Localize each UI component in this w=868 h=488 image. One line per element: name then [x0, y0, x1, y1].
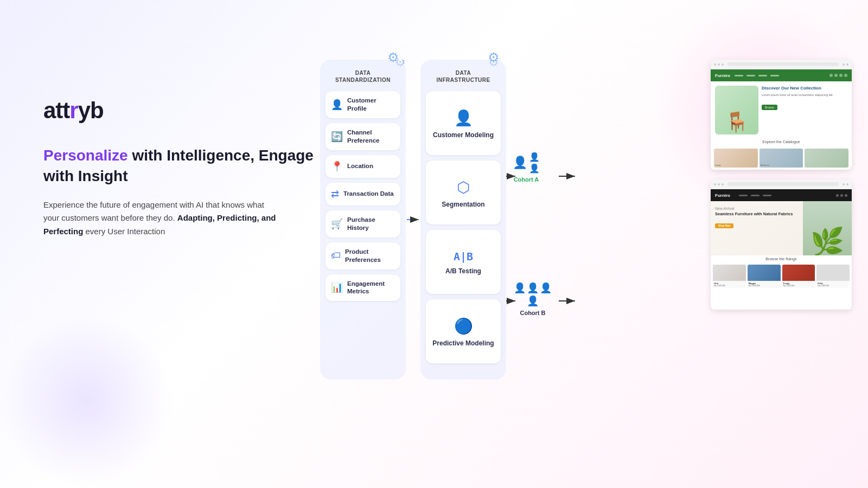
predictive-icon: 🔵 [454, 317, 473, 335]
purchase-icon: 🛒 [331, 218, 343, 230]
channel-preference-label: Channel Preference [347, 129, 395, 145]
customer-profile-icon: 👤 [331, 99, 343, 111]
mockup-1-headline: Discover Our New Collection [762, 86, 847, 91]
gear-icon-col2: ⚙ [488, 50, 500, 65]
product-polly: Polly Rp 1.980.000 [816, 265, 850, 288]
col1-header: DATASTANDARDIZATION [326, 69, 400, 84]
mockup-dot-2 [718, 63, 720, 66]
cohort-a-person-1: 👤 [513, 156, 527, 170]
mockup-2-body: New Arrival Seamless Furniture with Natu… [711, 201, 852, 310]
diagram: ⚙ ⚙ ⚙ DATASTANDARDIZATION 👤 Customer Pro… [320, 60, 765, 396]
mockup-1-hero: Discover Our New Collection Lorem ipsum … [711, 81, 852, 139]
infra-ab-testing: A|B A/B Testing [426, 230, 501, 294]
customer-modeling-icon: 👤 [454, 109, 473, 127]
mockup-icon-1 [843, 63, 845, 66]
product-pref-label: Product Preferences [345, 248, 395, 264]
mockup-2-caption: Browse the Range [711, 255, 852, 262]
col2-header: DATAINFRASTRUCTURE [426, 69, 501, 84]
mockup-2-icon-1 [843, 183, 845, 185]
cohort-a-area: 👤 👤 👤 Cohort A [513, 152, 540, 183]
mockup-2-logo: Furniro [715, 193, 730, 198]
customer-modeling-label: Customer Modeling [433, 131, 494, 140]
body-text: Experience the future of engagement with… [43, 198, 277, 239]
product-polly-info: Polly Rp 1.980.000 [816, 281, 850, 288]
product-maggie-img [748, 265, 781, 281]
thumb-living: Living [714, 149, 758, 168]
logo-yb: yb [78, 98, 104, 123]
location-icon: 📍 [331, 160, 343, 172]
mockup-2-header [711, 179, 852, 189]
body-text-2: every User Interaction [83, 227, 165, 236]
product-orla-img [713, 265, 746, 281]
headline-highlight: Personalize [43, 147, 128, 164]
product-maggie-price: Rp 3.500.000 [749, 285, 780, 287]
cohort-b-label: Cohort B [511, 310, 554, 316]
product-polly-price: Rp 1.980.000 [818, 285, 848, 287]
data-item-engagement: 📊 Engagement Metrics [326, 274, 400, 301]
mockup-1-hero-img [715, 86, 758, 134]
predictive-label: Predictive Modeling [432, 339, 494, 348]
product-polly-img [816, 265, 850, 281]
gear-icon-col1: ⚙ [387, 50, 399, 65]
headline: Personalize with Intelligence, Engage wi… [43, 145, 315, 187]
product-fregly-price: Rp 1.990.000 [783, 285, 814, 287]
mockup-2: Furniro New Arrival Seamless Furniture w… [711, 179, 852, 310]
mockup-2-navbar: Furniro [711, 189, 852, 201]
product-orla: Orla Rp 2.500.000 [713, 265, 746, 288]
mockup-2-icon-2 [846, 183, 848, 185]
mockup-dot-3 [722, 63, 724, 66]
mockup-1-thumbs: Living Bedroom [711, 145, 852, 170]
mockup-2-hero: New Arrival Seamless Furniture with Natu… [711, 201, 852, 255]
mockup-2-products: Orla Rp 2.500.000 Maggie Rp 3.500.000 Fr… [711, 262, 852, 289]
data-item-transaction: ⇄ Transaction Data [326, 183, 400, 206]
left-panel: attryb Personalize with Intelligence, En… [43, 98, 315, 239]
product-fregly-info: Fregly Rp 1.990.000 [782, 281, 815, 288]
location-label: Location [347, 162, 373, 170]
cohort-b-area: 👤 👤 👤 👤 Cohort B [511, 282, 554, 316]
logo-att: att [43, 98, 69, 123]
mockup-1-caption: Explore the Catalogue [711, 139, 852, 145]
engagement-label: Engagement Metrics [347, 280, 395, 296]
product-orla-price: Rp 2.500.000 [714, 285, 745, 287]
cohort-a-label: Cohort A [513, 176, 540, 183]
data-item-product-pref: 🏷 Product Preferences [326, 242, 400, 269]
mockup-2-cta[interactable]: Shop Now [715, 223, 733, 228]
cohort-a-person-3: 👤 [529, 163, 540, 174]
cohort-b-person-1: 👤 [514, 282, 526, 294]
mockup-2-urlbar [727, 182, 839, 186]
mockup-2-subtitle: New Arrival [715, 207, 799, 210]
mockup-dot-1 [714, 63, 716, 66]
plant-decoration: 🌿 [810, 228, 844, 255]
ab-testing-icon: A|B [454, 250, 473, 263]
infra-customer-modeling: 👤 Customer Modeling [426, 91, 501, 155]
mockup-1-nav [735, 75, 779, 76]
transaction-label: Transaction Data [343, 190, 394, 198]
col-standardization: ⚙ DATASTANDARDIZATION 👤 Customer Profile… [320, 60, 406, 380]
logo-r: r [69, 98, 78, 123]
mockup-urlbar-1 [727, 62, 839, 66]
mockup-2-dot-2 [718, 183, 720, 185]
cohort-a-person-2: 👤 [529, 152, 540, 162]
logo: attryb [43, 98, 315, 124]
mockup-2-headline: Seamless Furniture with Natural Fabrics [715, 211, 799, 217]
mockup-icon-2 [846, 63, 848, 66]
channel-preference-icon: 🔄 [331, 131, 343, 143]
mockup-2-dot-1 [714, 183, 716, 185]
mockup-1-navbar: Furniro [711, 69, 852, 81]
mockup-1-cta[interactable]: Browse [762, 105, 777, 110]
mockup-1-desc: Lorem ipsum dolor sit amet consectetur a… [762, 93, 847, 98]
cohort-b-person-4: 👤 [527, 295, 539, 307]
product-orla-info: Orla Rp 2.500.000 [713, 281, 746, 288]
bg-blob-left [0, 314, 174, 488]
mockup-1-header [711, 60, 852, 69]
data-item-location: 📍 Location [326, 155, 400, 178]
data-item-customer-profile: 👤 Customer Profile [326, 91, 400, 118]
mockup-2-dot-3 [722, 183, 724, 185]
thumb-bedroom: Bedroom [760, 149, 803, 168]
mockup-1-logo: Furniro [715, 73, 730, 78]
cohort-b-person-2: 👤 [527, 282, 539, 294]
segmentation-label: Segmentation [442, 201, 484, 209]
infra-predictive: 🔵 Predictive Modeling [426, 299, 501, 363]
col-infrastructure: ⚙ DATAINFRASTRUCTURE 👤 Customer Modeling… [420, 60, 506, 380]
product-fregly: Fregly Rp 1.990.000 [782, 265, 815, 288]
